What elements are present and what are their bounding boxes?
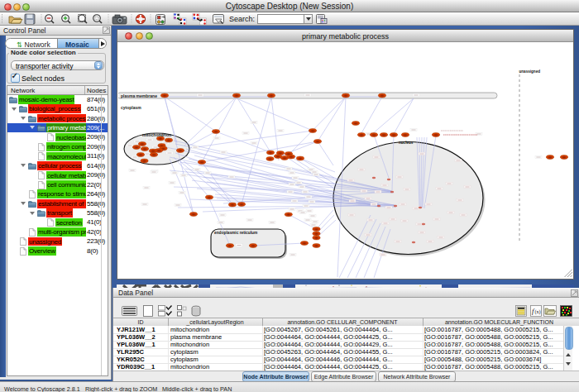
svg-text:endoplasmic reticulum: endoplasmic reticulum — [214, 231, 257, 235]
svg-text:plasma membrane: plasma membrane — [121, 93, 157, 98]
svg-text:mitochondrion: mitochondrion — [142, 132, 171, 137]
svg-text:nucleus: nucleus — [399, 141, 414, 145]
svg-text:unassigned: unassigned — [519, 69, 541, 74]
svg-text:(x): (x) — [535, 309, 541, 315]
svg-text:cytoplasm: cytoplasm — [121, 105, 141, 110]
